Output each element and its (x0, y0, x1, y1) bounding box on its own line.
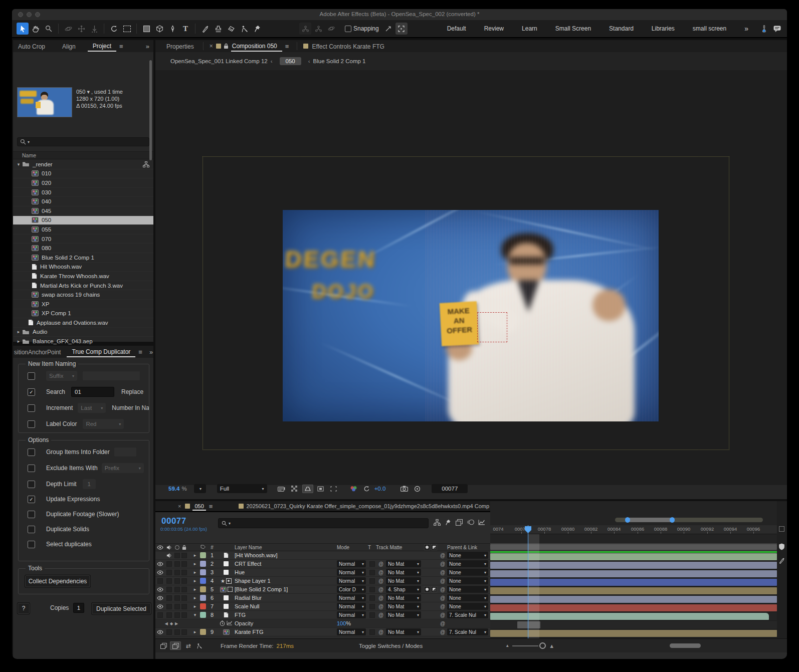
list-item-comp[interactable]: XP Comp 1 (13, 309, 153, 319)
list-item-comp[interactable]: 010 (13, 169, 153, 179)
snapping-checkbox[interactable] (345, 26, 351, 32)
project-name-column-header[interactable]: Name (13, 151, 153, 159)
solo-well[interactable] (174, 595, 180, 601)
tab-align[interactable]: Align (57, 41, 81, 51)
mode-select[interactable]: Normal▾ (337, 628, 366, 635)
workspace-tab-standard[interactable]: Standard (600, 25, 643, 32)
audio-enabled-icon[interactable] (166, 553, 172, 558)
depth-limit-checkbox[interactable] (28, 481, 35, 488)
eye-visible-icon[interactable] (157, 587, 163, 592)
group-items-checkbox[interactable] (28, 449, 35, 456)
group-folder-input[interactable] (114, 447, 137, 457)
solo-well[interactable] (174, 604, 180, 609)
solo-well[interactable] (174, 612, 180, 618)
timeline-navigator[interactable] (615, 518, 763, 522)
list-item-audio[interactable]: Martial Arts Kick or Punch 3.wav (13, 281, 153, 291)
clone-stamp-tool[interactable] (212, 23, 224, 35)
list-item-comp[interactable]: 070 (13, 235, 153, 244)
matte-toggle-b-icon[interactable] (431, 544, 437, 550)
layer-row-5[interactable]: ▸ 5 [Blue Solid 2 Comp 1] Color D▾ @ 4. … (155, 585, 490, 594)
tab-true-comp-duplicator[interactable]: True Comp Duplicator (67, 346, 135, 357)
eye-visible-icon[interactable] (157, 630, 163, 634)
snap-box-icon[interactable] (395, 23, 408, 35)
collapse-chevron-icon[interactable]: ▾ (191, 612, 198, 617)
audio-column-icon[interactable] (166, 545, 172, 550)
suffix-select[interactable]: Suffix▾ (46, 371, 77, 381)
mode-select[interactable]: Normal▾ (337, 560, 366, 567)
workspace-tab-small-screen-2[interactable]: small screen (684, 25, 735, 32)
graph-editor-icon[interactable] (478, 519, 485, 525)
tab-project[interactable]: Project (88, 41, 116, 52)
list-item-comp[interactable]: Blue Solid 2 Comp 1 (13, 253, 153, 263)
list-item-comp[interactable]: 040 (13, 197, 153, 206)
project-scrollbar[interactable] (149, 60, 152, 160)
layer-name[interactable]: Hue (235, 569, 337, 575)
layer-row-8[interactable]: ▾ 8 FTG Normal▾ @ No Mat▾ @ 7. Scale Nul… (155, 611, 490, 619)
depth-limit-input[interactable]: 1 (83, 479, 96, 489)
navigator-view-segment[interactable] (627, 518, 673, 522)
navigator-handle-left[interactable] (625, 517, 630, 523)
zoom-out-mountain-icon[interactable]: ▲ (505, 643, 509, 648)
layer-row-2[interactable]: ▸ 2 CRT Effect Normal▾ @ No Mat▾ @ None▾ (155, 560, 490, 568)
preview-time-field[interactable]: 00077 (432, 484, 468, 493)
property-graph-icon[interactable] (227, 620, 233, 625)
eye-visible-icon[interactable] (157, 570, 163, 575)
panel-menu-icon[interactable]: ≡ (282, 43, 292, 50)
list-item-comp[interactable]: 030 (13, 188, 153, 197)
zoom-value[interactable]: 59.4 (168, 486, 179, 492)
playhead-line[interactable] (528, 525, 528, 638)
tab-position-anchor-point[interactable]: sitionAnchorPoint (13, 347, 66, 357)
mode-select[interactable]: Color D▾ (337, 586, 366, 593)
matte-pickwhip-icon[interactable]: @ (376, 578, 386, 584)
region-of-interest-icon[interactable] (315, 485, 326, 493)
track-matte-select[interactable]: No Mat▾ (386, 603, 421, 610)
lasso-nodes-icon[interactable] (325, 23, 337, 35)
breadcrumb-current-comp[interactable]: 050 (280, 57, 301, 65)
panel-overflow-icon[interactable]: » (145, 348, 153, 356)
lock-well[interactable] (181, 604, 187, 609)
exposure-value[interactable]: +0.0 (374, 486, 386, 492)
expand-layers-icon[interactable] (160, 643, 167, 649)
parent-select[interactable]: 7. Scale Nul▾ (447, 611, 488, 618)
audio-well[interactable] (166, 604, 172, 609)
expand-chevron-icon[interactable]: ▸ (191, 578, 198, 583)
search-options-chevron-icon[interactable]: ▾ (28, 140, 30, 144)
eye-column-icon[interactable] (157, 545, 163, 550)
help-button[interactable]: ? (17, 602, 30, 614)
duplicate-selected-button[interactable]: Duplicate Selected (91, 602, 151, 615)
solo-well[interactable] (174, 553, 180, 558)
layer-label-chip[interactable] (200, 629, 206, 635)
solo-well[interactable] (174, 587, 180, 592)
parent-select[interactable]: None▾ (447, 594, 488, 601)
expand-chevron-icon[interactable]: ▸ (191, 629, 198, 634)
toggle-switches-button[interactable]: Toggle Switches / Modes (359, 643, 423, 649)
track-matte-select[interactable]: No Mat▾ (386, 560, 421, 567)
draft-3d-icon[interactable] (445, 519, 452, 526)
time-ruler[interactable]: 0074 00076 00078 00080 00082 00084 00086… (490, 525, 777, 534)
increment-checkbox[interactable] (28, 404, 35, 412)
stopwatch-icon[interactable] (220, 620, 225, 626)
pickwhip-icon[interactable]: @ (438, 612, 447, 618)
mode-select[interactable]: Normal▾ (337, 577, 366, 584)
mode-select[interactable]: Normal▾ (337, 569, 366, 576)
suffix-checkbox[interactable] (28, 372, 35, 380)
transparency-grid-icon[interactable] (289, 485, 300, 493)
search-value-input[interactable]: 01 (71, 387, 114, 397)
pickwhip-icon[interactable]: @ (438, 604, 447, 609)
list-item-audio[interactable]: Applause and Ovations.wav (13, 318, 153, 328)
quality-brush-icon[interactable] (778, 557, 785, 564)
person-nodes-icon[interactable] (312, 23, 324, 35)
camera-tool[interactable] (121, 23, 133, 35)
breadcrumb-next-comp[interactable]: Blue Solid 2 Comp 1 (313, 58, 366, 64)
resolution-dropdown[interactable]: Full▾ (217, 484, 267, 493)
lock-icon[interactable] (224, 43, 229, 49)
parent-select[interactable]: None▾ (447, 560, 488, 567)
eye-well[interactable] (157, 578, 163, 584)
lock-well[interactable] (181, 578, 187, 584)
lock-well[interactable] (181, 553, 187, 558)
track-matte-column-header[interactable]: Track Matte (376, 545, 423, 550)
type-tool[interactable]: T (179, 23, 191, 35)
layer-label-chip[interactable] (200, 552, 206, 558)
collapse-transformations-icon[interactable] (228, 587, 233, 592)
workspace-tab-learn[interactable]: Learn (513, 25, 546, 32)
